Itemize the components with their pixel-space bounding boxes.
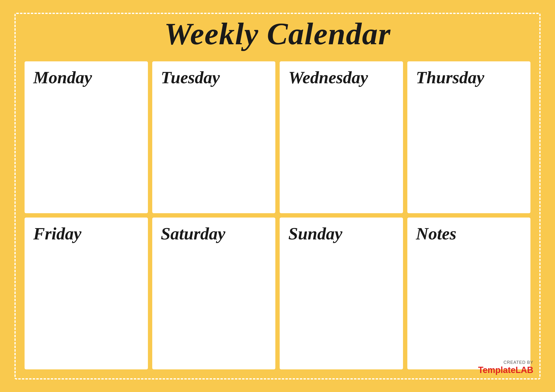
day-cell-tuesday[interactable]: Tuesday — [152, 61, 276, 213]
calendar-grid: Monday Tuesday Wednesday Thursday Friday… — [20, 61, 535, 369]
day-label-thursday: Thursday — [416, 68, 484, 87]
day-cell-wednesday[interactable]: Wednesday — [280, 61, 403, 213]
page-wrapper: Weekly Calendar Monday Tuesday Wednesday… — [10, 8, 545, 384]
day-cell-saturday[interactable]: Saturday — [152, 218, 276, 369]
day-cell-monday[interactable]: Monday — [25, 61, 148, 213]
branding: CREATED BY TemplateLAB — [478, 360, 533, 375]
day-label-monday: Monday — [33, 68, 92, 87]
day-label-notes: Notes — [416, 224, 456, 243]
day-label-wednesday: Wednesday — [288, 68, 368, 87]
day-label-saturday: Saturday — [161, 224, 226, 243]
page-title: Weekly Calendar — [164, 16, 391, 52]
day-label-tuesday: Tuesday — [161, 68, 220, 87]
day-label-sunday: Sunday — [288, 224, 342, 243]
branding-name: TemplateLAB — [478, 365, 533, 375]
branding-suffix: LAB — [516, 365, 533, 375]
day-cell-friday[interactable]: Friday — [25, 218, 148, 369]
day-cell-sunday[interactable]: Sunday — [280, 218, 403, 369]
day-label-friday: Friday — [33, 224, 81, 243]
day-cell-notes[interactable]: Notes — [407, 218, 531, 369]
branding-prefix: Template — [478, 365, 516, 375]
day-cell-thursday[interactable]: Thursday — [407, 61, 531, 213]
branding-created-by: CREATED BY — [504, 360, 533, 365]
